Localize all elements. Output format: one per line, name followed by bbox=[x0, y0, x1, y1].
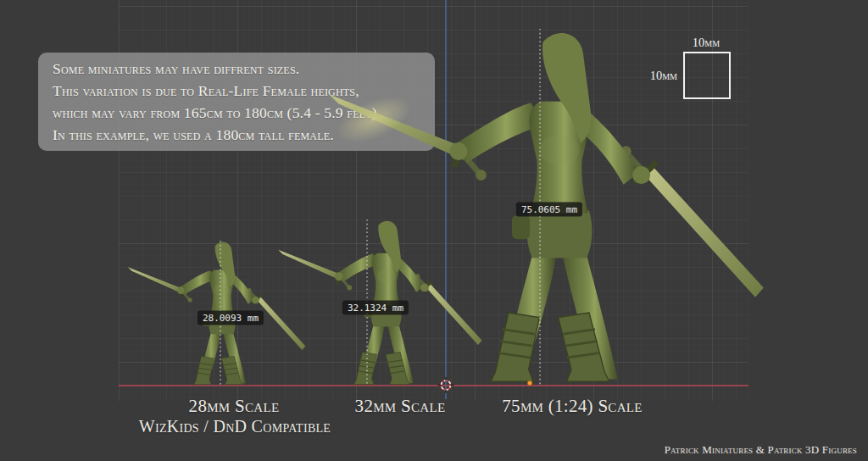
measurement-28mm: 28.0093 mm bbox=[198, 311, 264, 325]
reference-square-10mm bbox=[683, 52, 731, 99]
measurement-32mm: 32.1324 mm bbox=[342, 301, 409, 315]
reference-square-top-label: 10mm bbox=[693, 36, 720, 50]
caption-32mm-scale: 32mm Scale bbox=[355, 396, 446, 417]
reference-square-side-label: 10mm bbox=[650, 69, 681, 83]
footer-credit: Patrick Miniatures & Patrick 3D Figures bbox=[665, 443, 857, 457]
caption-28mm-scale: 28mm Scale bbox=[189, 396, 280, 417]
measurement-75mm: 75.0605 mm bbox=[516, 203, 582, 217]
object-origin-dot bbox=[527, 380, 531, 385]
miniatures-layer bbox=[0, 0, 868, 461]
viewport-3d[interactable]: Some miniatures may have diffrent sizes.… bbox=[0, 0, 868, 461]
caption-wizkids-compatible: WizKids / DnD Compatible bbox=[139, 417, 331, 436]
caption-75mm-scale: 75mm (1:24) Scale bbox=[502, 396, 642, 417]
